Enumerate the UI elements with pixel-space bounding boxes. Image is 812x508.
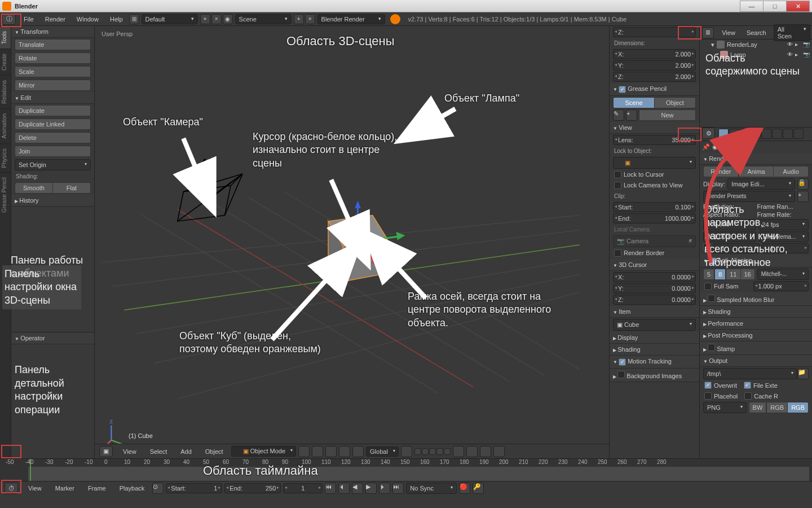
- gp-brush-icon[interactable]: ✎: [613, 110, 624, 121]
- render-anim-icon[interactable]: [493, 446, 505, 457]
- scene-add-button[interactable]: +: [294, 14, 304, 24]
- vp-menu-add[interactable]: Add: [175, 445, 197, 458]
- vis-icon[interactable]: 👁: [787, 41, 794, 48]
- mode-dropdown[interactable]: ▣ Object Mode: [231, 446, 296, 457]
- tl-menu-playback[interactable]: Playback: [114, 481, 151, 495]
- lock-camera-checkbox[interactable]: [614, 182, 621, 189]
- timeline-ruler[interactable]: -50-40-30-20-100102030405060708090100110…: [0, 459, 812, 481]
- render-preview-icon[interactable]: [480, 446, 491, 457]
- shading-mode-icon[interactable]: [298, 446, 310, 457]
- dim-x-field[interactable]: X:2.000: [613, 49, 696, 59]
- fileext-checkbox[interactable]: [744, 382, 751, 389]
- clip-start-field[interactable]: Start:0.100: [613, 202, 696, 212]
- play-reverse-icon[interactable]: ◀: [352, 483, 363, 494]
- ptab-material-icon[interactable]: [718, 139, 729, 150]
- dim-z-field[interactable]: Z:2.000: [613, 72, 696, 82]
- tl-menu-marker[interactable]: Marker: [50, 481, 80, 495]
- tl-end-field[interactable]: End:250: [224, 483, 281, 493]
- loc-z-field[interactable]: Z:: [613, 27, 696, 37]
- tab-relations[interactable]: Relations: [0, 75, 11, 108]
- manipulator-scale-icon[interactable]: [352, 446, 364, 457]
- dup-linked-button[interactable]: Duplicate Linked: [15, 119, 91, 130]
- layer-buttons[interactable]: [414, 448, 451, 455]
- bg-header[interactable]: Background Images: [610, 369, 699, 382]
- audio-tab[interactable]: Audio: [774, 166, 809, 177]
- flat-button[interactable]: Flat: [53, 182, 91, 194]
- smb-header[interactable]: Sampled Motion Blur: [700, 292, 812, 306]
- overwrite-checkbox[interactable]: [704, 382, 712, 389]
- gp-scene-button[interactable]: Scene: [613, 97, 655, 108]
- display-header[interactable]: Display: [610, 332, 699, 344]
- info-editor-type-icon[interactable]: ⓘ: [2, 14, 16, 25]
- tl-menu-view[interactable]: View: [23, 481, 47, 495]
- out-menu-view[interactable]: View: [716, 26, 741, 40]
- menu-render[interactable]: Render: [39, 12, 71, 26]
- cache-checkbox[interactable]: [744, 392, 752, 400]
- keyingset-icon[interactable]: 🔑: [473, 483, 484, 494]
- pivot-icon[interactable]: [312, 446, 323, 457]
- cursor-z-field[interactable]: Z:0.0000: [613, 295, 696, 305]
- aa-px-field[interactable]: 1.000 px: [753, 281, 809, 291]
- ptab-data-icon[interactable]: [793, 129, 804, 139]
- lens-field[interactable]: Lens:35.000: [613, 135, 696, 145]
- item-header[interactable]: Item: [610, 306, 699, 318]
- tl-menu-frame[interactable]: Frame: [82, 481, 112, 495]
- edit-panel-header[interactable]: Edit: [11, 92, 94, 104]
- props-editor-type-icon[interactable]: ⚙: [702, 128, 715, 139]
- cursor-header[interactable]: 3D Cursor: [610, 259, 699, 271]
- output-header[interactable]: Output: [700, 355, 812, 367]
- rend-icon[interactable]: 📷: [803, 41, 810, 48]
- view-header[interactable]: View: [610, 122, 699, 134]
- rotate-button[interactable]: Rotate: [15, 52, 91, 64]
- display-dropdown[interactable]: Image Edi...: [727, 178, 795, 190]
- manipulator-rotate-icon[interactable]: [339, 446, 350, 457]
- minimize-button[interactable]: —: [740, 1, 764, 12]
- gp-new-button[interactable]: New: [639, 110, 696, 121]
- local-cam-field[interactable]: 📷 Camera×: [613, 235, 696, 247]
- anim-tab[interactable]: Anima: [739, 166, 774, 177]
- layers-icon[interactable]: [401, 446, 412, 457]
- menu-file[interactable]: File: [18, 12, 39, 26]
- maximize-button[interactable]: □: [763, 1, 787, 12]
- layout-del-button[interactable]: ×: [211, 14, 222, 24]
- outliner-item-renderlayer[interactable]: ▾ RenderLay 👁▸📷: [700, 40, 812, 50]
- ptab-layers-icon[interactable]: [729, 129, 739, 139]
- translate-button[interactable]: Translate: [15, 39, 91, 50]
- scene-icon[interactable]: ◉: [223, 14, 233, 24]
- jump-end-icon[interactable]: ⏭: [392, 483, 404, 494]
- mirror-button[interactable]: Mirror: [15, 80, 91, 91]
- lock-object-field[interactable]: ▣: [613, 157, 696, 169]
- dim-y-field[interactable]: Y:2.000: [613, 60, 696, 71]
- clip-end-field[interactable]: End:1000.000: [613, 213, 696, 224]
- fullsample-checkbox[interactable]: [704, 283, 712, 290]
- keyframe-next-icon[interactable]: ⏵: [379, 483, 390, 494]
- render-panel-header[interactable]: Render: [700, 153, 812, 165]
- browse-icon[interactable]: 📁: [797, 368, 809, 379]
- cursor-y-field[interactable]: Y:0.0000: [613, 283, 696, 294]
- sync-dropdown[interactable]: No Sync: [406, 483, 457, 494]
- vp-menu-select[interactable]: Select: [144, 445, 173, 458]
- placeholder-checkbox[interactable]: [704, 392, 712, 400]
- tab-animation[interactable]: Animation: [0, 108, 11, 143]
- stamp-header[interactable]: Stamp: [700, 341, 812, 355]
- duplicate-button[interactable]: Duplicate: [15, 105, 91, 116]
- shading-header[interactable]: Shading: [610, 344, 699, 356]
- ptab-scene-icon[interactable]: [740, 129, 750, 139]
- ptab-constraint-icon[interactable]: [772, 129, 782, 139]
- viewport-editor-type-icon[interactable]: ▣: [99, 446, 113, 457]
- manipulator-translate-icon[interactable]: [325, 446, 337, 457]
- lock-cursor-checkbox[interactable]: [614, 171, 621, 178]
- transform-panel-header[interactable]: Transform: [11, 26, 94, 38]
- ptab-object-icon[interactable]: [761, 129, 771, 139]
- timeline-editor-type-icon[interactable]: ⏱: [5, 483, 18, 494]
- scale-button[interactable]: Scale: [15, 66, 91, 77]
- ptab-modifier-icon[interactable]: [783, 129, 793, 139]
- bw-button[interactable]: BW: [749, 402, 767, 413]
- outliner-filter-dropdown[interactable]: All Scen: [774, 24, 810, 41]
- gp-add-icon[interactable]: +: [626, 110, 637, 121]
- jump-start-icon[interactable]: ⏮: [325, 483, 336, 494]
- play-icon[interactable]: ▶: [365, 483, 377, 494]
- tl-start-field[interactable]: Start:1: [166, 483, 222, 493]
- screen-layout-dropdown[interactable]: Default: [142, 14, 198, 24]
- menu-help[interactable]: Help: [104, 12, 129, 26]
